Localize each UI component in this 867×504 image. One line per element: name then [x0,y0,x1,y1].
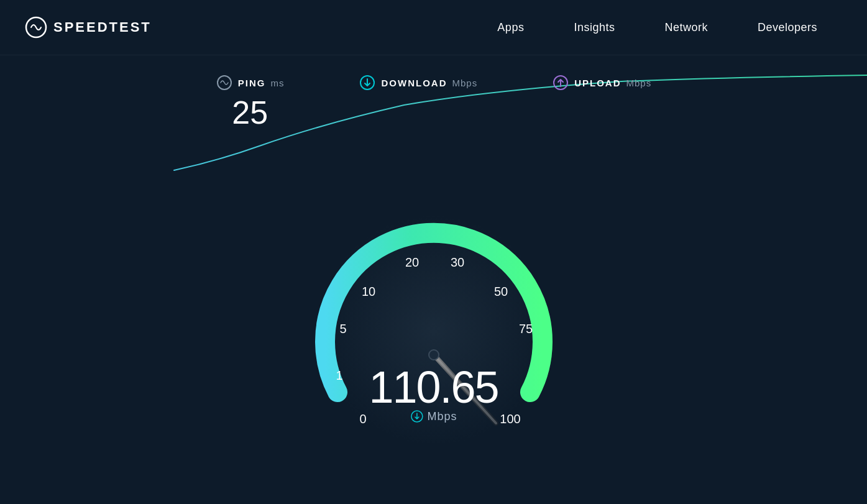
tick-10: 10 [361,285,375,298]
nav-developers[interactable]: Developers [733,0,842,55]
download-icon [359,74,376,91]
tick-100: 100 [500,412,520,426]
upload-icon [552,74,569,91]
ping-value: 25 [232,95,268,131]
ping-label: PING [238,78,266,88]
nav-insights[interactable]: Insights [549,0,640,55]
logo-icon [25,16,47,39]
download-stat: DOWNLOAD Mbps [359,74,477,131]
logo-text: SPEEDTEST [53,19,152,35]
upload-stat: UPLOAD Mbps [552,74,651,131]
ping-stat: PING ms 25 [216,74,285,131]
tick-0: 0 [359,412,366,426]
download-unit: Mbps [452,78,477,88]
tick-20: 20 [405,255,418,269]
ping-icon [216,74,233,91]
ping-unit: ms [270,78,284,88]
main-nav: Apps Insights Network Developers [472,0,842,55]
gauge-wrapper: 0 1 5 10 20 30 50 75 100 [303,199,564,460]
nav-apps[interactable]: Apps [472,0,549,55]
download-label: DOWNLOAD [381,78,447,88]
speed-unit-label: Mbps [427,410,457,423]
nav-network[interactable]: Network [640,0,733,55]
speed-download-icon [410,410,423,423]
speedometer-container: 0 1 5 10 20 30 50 75 100 [285,199,583,498]
tick-50: 50 [493,285,507,298]
stats-row: PING ms 25 DOWNLOAD Mbps UPLOAD Mbps [0,55,867,137]
header: SPEEDTEST Apps Insights Network Develope… [0,0,867,55]
upload-unit: Mbps [626,78,652,88]
svg-point-6 [429,350,439,360]
tick-30: 30 [450,255,464,269]
upload-header: UPLOAD Mbps [552,74,651,91]
upload-label: UPLOAD [574,78,621,88]
speed-display: 110.65 Mbps [369,362,498,423]
tick-1: 1 [336,369,342,382]
download-header: DOWNLOAD Mbps [359,74,477,91]
speed-value: 110.65 [369,362,498,413]
ping-header: PING ms [216,74,285,91]
tick-75: 75 [518,322,532,336]
logo-area: SPEEDTEST [25,16,152,39]
tick-5: 5 [339,322,346,336]
